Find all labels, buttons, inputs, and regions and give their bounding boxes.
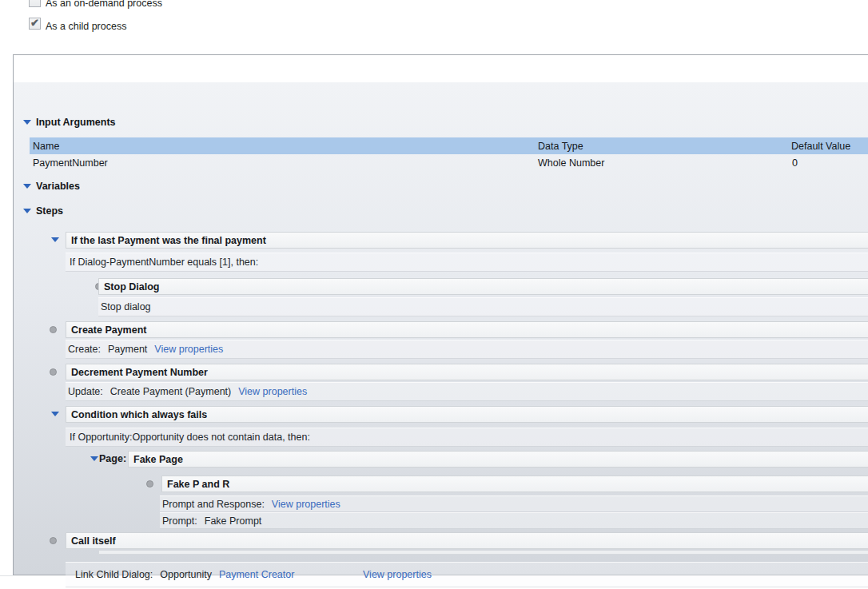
step-if-last-payment[interactable]: If the last Payment was the final paymen… xyxy=(66,232,868,249)
step-create-payment-description: Create: Payment View properties xyxy=(66,340,868,359)
section-steps: Steps xyxy=(23,205,63,217)
collapse-triangle-icon[interactable] xyxy=(23,184,31,189)
step-bullet-icon xyxy=(146,480,153,488)
process-designer-panel: Input Arguments Name Data Type Default V… xyxy=(13,54,868,575)
step-condition-always-fails[interactable]: Condition which always fails xyxy=(66,406,868,423)
collapse-triangle-icon[interactable] xyxy=(23,120,31,125)
process-designer-canvas: Input Arguments Name Data Type Default V… xyxy=(14,82,868,575)
step-decrement-payment-number[interactable]: Decrement Payment Number xyxy=(66,364,868,380)
on-demand-process-checkbox[interactable] xyxy=(29,0,41,7)
argument-data-type: Whole Number xyxy=(538,154,604,172)
step-bullet-icon xyxy=(50,537,57,544)
step-if-last-payment-condition: If Dialog-PaymentNumber equals [1], then… xyxy=(66,253,868,272)
on-demand-process-label: As an on-demand process xyxy=(46,0,162,9)
collapse-triangle-icon[interactable] xyxy=(90,456,98,461)
child-process-label: As a child process xyxy=(46,21,126,32)
view-properties-link[interactable]: View properties xyxy=(238,386,307,397)
empty-child-step-placeholder xyxy=(98,550,868,555)
column-header-data-type: Data Type xyxy=(538,137,583,154)
panel-toolbar-area xyxy=(14,55,868,82)
column-header-name: Name xyxy=(33,137,59,154)
section-input-arguments: Input Arguments xyxy=(23,117,116,128)
step-decrement-description: Update: Create Payment (Payment) View pr… xyxy=(66,382,868,401)
page-label: Page: xyxy=(99,453,126,464)
section-variables: Variables xyxy=(23,181,80,192)
input-arguments-table-header: Name Data Type Default Value xyxy=(30,137,868,154)
checkmark-icon: ✔ xyxy=(30,18,39,28)
step-fake-p-and-r[interactable]: Fake P and R xyxy=(161,476,868,492)
step-stop-dialog[interactable]: Stop Dialog xyxy=(98,278,868,295)
step-fake-pr-prompt: Prompt: Fake Prompt xyxy=(160,512,868,529)
collapse-triangle-icon[interactable] xyxy=(23,209,31,213)
step-bullet-icon xyxy=(50,368,57,376)
step-call-itself[interactable]: Call itself xyxy=(66,532,868,549)
column-header-default-value: Default Value xyxy=(791,137,850,154)
input-argument-row[interactable]: PaymentNumber Whole Number 0 xyxy=(30,154,868,172)
view-properties-link[interactable]: View properties xyxy=(272,499,340,510)
view-properties-link[interactable]: View properties xyxy=(363,569,432,580)
collapse-triangle-icon[interactable] xyxy=(51,237,59,242)
collapse-triangle-icon[interactable] xyxy=(51,412,59,416)
step-bullet-icon xyxy=(50,326,57,333)
step-condition-fails-text: If Opportunity:Opportunity does not cont… xyxy=(66,428,868,447)
page-divider xyxy=(0,575,13,576)
payment-creator-link[interactable]: Payment Creator xyxy=(219,569,294,580)
step-stop-dialog-description: Stop dialog xyxy=(98,297,868,316)
argument-name: PaymentNumber xyxy=(33,154,108,172)
view-properties-link[interactable]: View properties xyxy=(154,344,223,355)
step-fake-page[interactable]: Fake Page xyxy=(128,451,868,468)
child-process-checkbox[interactable]: ✔ xyxy=(29,18,41,30)
dialog-process-editor: As an on-demand process ✔ As a child pro… xyxy=(0,0,868,589)
step-call-itself-description: Link Child Dialog: Opportunity Payment C… xyxy=(66,562,868,587)
argument-default-value: 0 xyxy=(792,154,798,172)
step-fake-pr-prompt-response: Prompt and Response: View properties xyxy=(160,495,868,512)
step-create-payment[interactable]: Create Payment xyxy=(66,321,868,338)
